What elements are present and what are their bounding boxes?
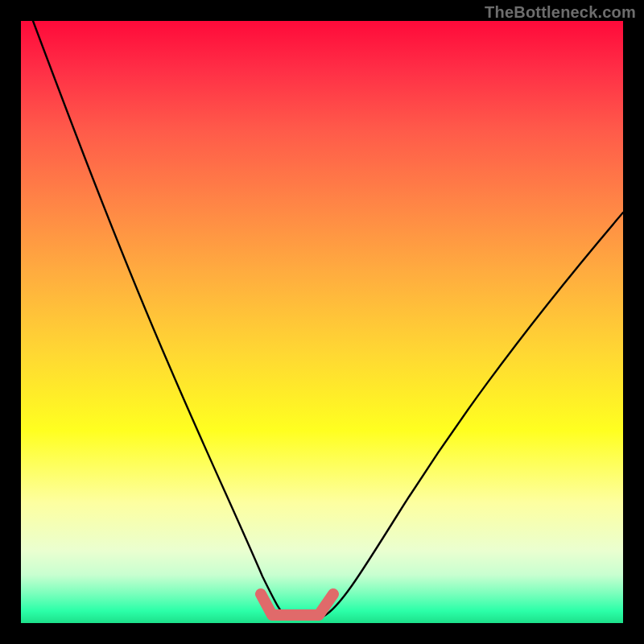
- optimal-band-marker: [261, 594, 333, 615]
- chart-frame: TheBottleneck.com: [0, 0, 644, 644]
- watermark-text: TheBottleneck.com: [485, 3, 636, 22]
- plot-area: [21, 21, 623, 623]
- bottleneck-curve: [33, 21, 623, 619]
- curve-layer: [21, 21, 623, 623]
